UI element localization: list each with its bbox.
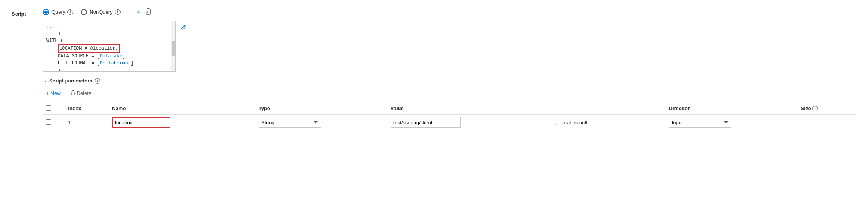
header-treat-null <box>548 103 666 115</box>
code-ellipsis: ... <box>46 23 172 30</box>
treat-null-wrapper: Treat as null <box>552 120 663 125</box>
nonquery-radio-label: NonQuery <box>89 9 112 15</box>
size-label: Size <box>801 106 811 111</box>
code-editor[interactable]: ... ) WITH ( LOCATION = @location, DATA_… <box>43 21 176 72</box>
scrollbar-thumb[interactable] <box>172 41 175 56</box>
row-value-cell <box>387 115 548 131</box>
script-params-header[interactable]: ⌄ Script parameters i <box>43 78 856 84</box>
code-line-highlighted: LOCATION = @location, <box>46 44 172 53</box>
new-label: New <box>51 90 61 96</box>
params-toolbar: + New Delete <box>43 88 856 98</box>
type-select[interactable]: String Int32 Int64 DateTime Boolean Doub… <box>259 117 321 128</box>
delete-script-button[interactable] <box>145 8 151 16</box>
value-input[interactable] <box>391 117 461 128</box>
query-radio-circle[interactable] <box>43 9 49 15</box>
row-treat-null-cell: Treat as null <box>548 115 666 131</box>
edit-script-button[interactable] <box>179 22 189 34</box>
plus-icon: + <box>46 90 49 96</box>
toolbar-divider <box>66 89 66 97</box>
params-info-icon[interactable]: i <box>95 78 100 84</box>
script-label: Script <box>12 8 43 205</box>
code-editor-wrapper: ... ) WITH ( LOCATION = @location, DATA_… <box>43 21 856 72</box>
header-size: Size i <box>798 103 856 115</box>
header-name: Name <box>109 103 256 115</box>
size-info-icon[interactable]: i <box>812 106 818 111</box>
chevron-down-icon: ⌄ <box>43 78 47 84</box>
header-value: Value <box>387 103 548 115</box>
main-container: Script Query i NonQuery i + <box>0 0 868 213</box>
row-direction-cell: Input Output InputOutput <box>666 115 798 131</box>
row-name-cell <box>109 115 256 131</box>
treat-as-null-checkbox[interactable] <box>552 120 557 125</box>
highlighted-code-text: LOCATION = @location, <box>58 44 120 53</box>
code-line-4: FILE_FORMAT = [DeltaFormat] <box>46 60 172 67</box>
code-line-1: ) <box>46 30 172 37</box>
nonquery-radio-option[interactable]: NonQuery i <box>81 9 120 15</box>
header-direction: Direction <box>666 103 798 115</box>
params-table: Index Name Type Value Direction Size i <box>43 103 856 130</box>
svg-line-2 <box>184 26 185 27</box>
table-row: 1 String Int32 Int64 DateTime Boolean Do… <box>43 115 856 131</box>
data-source-link[interactable]: DataLake <box>100 54 122 59</box>
header-index: Index <box>65 103 109 115</box>
add-parameter-button[interactable]: + <box>136 8 141 16</box>
nonquery-info-icon[interactable]: i <box>115 9 121 15</box>
delete-parameter-button[interactable]: Delete <box>67 88 95 98</box>
row-size-cell <box>798 115 856 131</box>
table-header-row: Index Name Type Value Direction Size i <box>43 103 856 115</box>
file-format-link[interactable]: DeltaFormat <box>100 61 131 66</box>
direction-select[interactable]: Input Output InputOutput <box>669 117 731 128</box>
name-input[interactable] <box>112 117 170 128</box>
script-content: Query i NonQuery i + <box>43 8 856 205</box>
code-line-3: DATA_SOURCE = [DataLake], <box>46 53 172 60</box>
query-info-icon[interactable]: i <box>67 9 73 15</box>
code-line-2: WITH ( <box>46 37 172 44</box>
row-index: 1 <box>65 115 109 131</box>
treat-as-null-label: Treat as null <box>559 120 587 125</box>
script-params-label: Script parameters <box>49 78 92 84</box>
code-line-5: ) <box>46 67 172 72</box>
query-radio-label: Query <box>51 9 65 15</box>
script-options-row: Query i NonQuery i + <box>43 8 856 16</box>
toolbar-icons: + <box>136 8 152 16</box>
select-all-checkbox[interactable] <box>46 105 51 111</box>
query-radio-option[interactable]: Query i <box>43 9 73 15</box>
nonquery-radio-circle[interactable] <box>81 9 87 15</box>
row-checkbox-cell <box>43 115 65 131</box>
delete-label: Delete <box>77 90 92 96</box>
new-parameter-button[interactable]: + New <box>43 89 64 98</box>
row-type-cell: String Int32 Int64 DateTime Boolean Doub… <box>256 115 387 131</box>
scrollbar-track[interactable] <box>171 21 175 71</box>
row-checkbox[interactable] <box>46 119 51 125</box>
delete-trash-icon <box>71 90 75 97</box>
header-type: Type <box>256 103 387 115</box>
header-checkbox-cell <box>43 103 65 115</box>
